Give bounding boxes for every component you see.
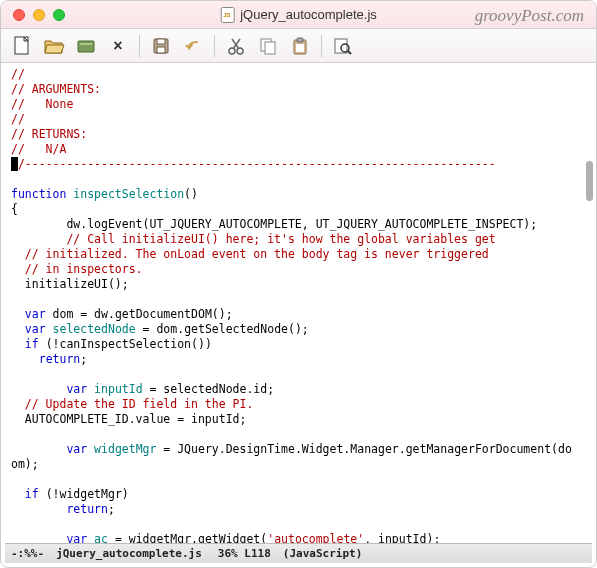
svg-rect-4: [157, 39, 165, 44]
new-file-button[interactable]: [9, 33, 35, 59]
code-comment: // Update the ID field in the PI.: [11, 397, 253, 411]
js-file-icon: [220, 7, 234, 23]
scrollbar[interactable]: [586, 91, 593, 271]
separator: [321, 35, 322, 57]
title-filename: jQuery_autocomplete.js: [240, 7, 377, 22]
code-line: // None: [11, 97, 73, 111]
close-file-button[interactable]: ×: [105, 33, 131, 59]
code-comment: // in inspectors.: [11, 262, 143, 276]
find-button[interactable]: [330, 33, 356, 59]
zoom-window-button[interactable]: [53, 9, 65, 21]
svg-point-7: [237, 48, 243, 54]
code-line: //: [11, 67, 25, 81]
status-bar: -:%%- jQuery_autocomplete.js 36% L118 (J…: [5, 543, 592, 563]
status-position: 36% L118: [218, 547, 271, 560]
code-line: dw.logEvent(UT_JQUERY_AUTOCOMPLETE, UT_J…: [11, 217, 537, 231]
save-button[interactable]: [148, 33, 174, 59]
code-comment: // Call initializeUI() here; it's how th…: [11, 232, 496, 246]
code-line: //: [11, 112, 25, 126]
code-line: // N/A: [11, 142, 66, 156]
code-comment: // initialized. The onLoad event on the …: [11, 247, 489, 261]
code-line: AUTOCOMPLETE_ID.value = inputId;: [11, 412, 246, 426]
svg-rect-5: [157, 47, 165, 53]
svg-rect-13: [297, 38, 303, 42]
svg-point-6: [229, 48, 235, 54]
code-funcname: inspectSelection: [73, 187, 184, 201]
undo-button[interactable]: [180, 33, 206, 59]
open-file-button[interactable]: [41, 33, 67, 59]
paste-button[interactable]: [287, 33, 313, 59]
close-window-button[interactable]: [13, 9, 25, 21]
svg-rect-1: [78, 41, 94, 52]
svg-rect-14: [296, 44, 304, 52]
code-line: // ARGUMENTS:: [11, 82, 101, 96]
code-line: /---------------------------------------…: [18, 157, 496, 171]
svg-rect-2: [80, 43, 92, 45]
minimize-window-button[interactable]: [33, 9, 45, 21]
code-keyword: function: [11, 187, 66, 201]
traffic-lights: [1, 9, 65, 21]
open-recent-button[interactable]: [73, 33, 99, 59]
status-language: (JavaScript): [283, 547, 362, 560]
code-line: om);: [11, 457, 39, 471]
window-title: jQuery_autocomplete.js: [220, 7, 377, 23]
toolbar: ×: [1, 29, 596, 63]
code-line: // RETURNS:: [11, 127, 87, 141]
scrollbar-thumb[interactable]: [586, 161, 593, 201]
code-line: {: [11, 202, 18, 216]
cut-button[interactable]: [223, 33, 249, 59]
svg-rect-11: [265, 42, 275, 54]
watermark: groovyPost.com: [475, 6, 584, 26]
separator: [214, 35, 215, 57]
cursor: /: [11, 157, 18, 171]
copy-button[interactable]: [255, 33, 281, 59]
code-editor[interactable]: // // ARGUMENTS: // None // // RETURNS: …: [1, 63, 596, 543]
titlebar: jQuery_autocomplete.js groovyPost.com: [1, 1, 596, 29]
status-mode: -:%%-: [11, 547, 44, 560]
svg-line-17: [348, 51, 351, 54]
status-filename: jQuery_autocomplete.js: [56, 547, 202, 560]
separator: [139, 35, 140, 57]
code-line: initializeUI();: [11, 277, 129, 291]
